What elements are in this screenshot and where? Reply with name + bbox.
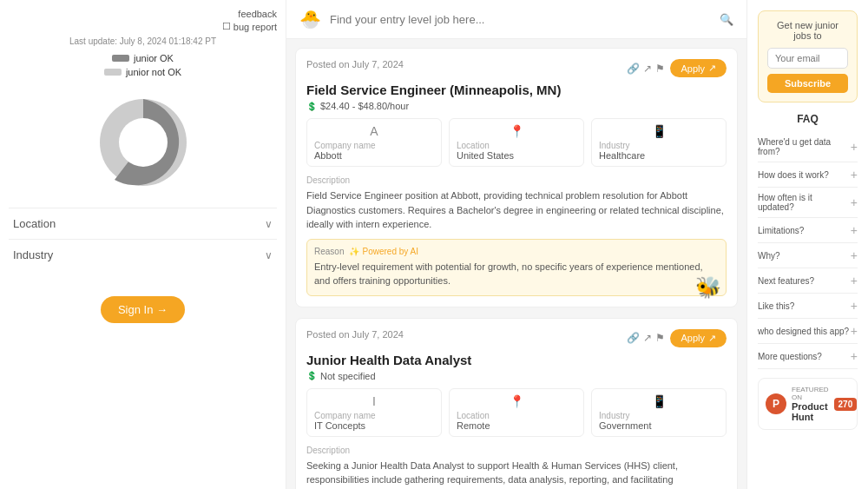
location-filter-label: Location [13, 217, 56, 230]
location-filter-arrow: ∨ [265, 218, 273, 230]
search-bar: 🐣 🔍 [286, 0, 746, 39]
faq-plus-4: + [851, 248, 858, 262]
faq-question-6: Like this? [758, 301, 851, 311]
job-card-1-posted: Posted on July 7, 2024 [306, 329, 404, 340]
job-card-0-external-icon[interactable]: ↗ [643, 63, 652, 75]
job-card-0-title: Field Service Engineer (Minneapolis, MN) [306, 83, 727, 97]
faq-item-8[interactable]: More questions? + [758, 344, 858, 369]
faq-item-0[interactable]: Where'd u get data from? + [758, 132, 858, 162]
job-card-1-desc-text: Seeking a Junior Health Data Analyst to … [306, 459, 727, 490]
job-card-0-posted: Posted on July 7, 2024 [306, 59, 404, 69]
faq-section: FAQ Where'd u get data from? + How does … [758, 113, 858, 369]
faq-plus-8: + [851, 349, 858, 363]
industry-label-1: Industry [599, 411, 719, 420]
job-card-1-header: Posted on July 7, 2024 🔗 ↗ ⚑ Apply ↗ [306, 329, 727, 347]
industry-value-0: Healthcare [599, 150, 719, 161]
faq-question-7: who designed this app? [758, 327, 851, 336]
location-value-1: Remote [457, 420, 576, 431]
industry-value-1: Government [599, 420, 719, 431]
industry-filter[interactable]: Industry ∨ [9, 239, 277, 270]
job-card-0-flag-icon[interactable]: ⚑ [655, 63, 665, 75]
jobs-list: Posted on July 7, 2024 🔗 ↗ ⚑ Apply ↗ [286, 39, 746, 489]
location-label-1: Location [457, 411, 576, 420]
legend-not-ok: junior not OK [104, 67, 181, 77]
product-hunt-badge[interactable]: P FEATURED ON Product Hunt 270 [758, 378, 858, 430]
search-icon[interactable]: 🔍 [720, 13, 733, 26]
faq-item-5[interactable]: Next features? + [758, 268, 858, 294]
job-card-0-reason-text: Entry-level requirement with potential f… [314, 260, 719, 288]
main-content: 🐣 🔍 Posted on July 7, 2024 🔗 ↗ ⚑ [286, 0, 746, 489]
location-filter[interactable]: Location ∨ [9, 208, 277, 239]
left-sidebar: feedback ☐ bug report Last update: July … [0, 0, 286, 489]
faq-question-4: Why? [758, 251, 851, 261]
company-value-0: Abbott [314, 150, 434, 161]
feedback-link[interactable]: feedback [238, 9, 277, 19]
faq-item-2[interactable]: How often is it updated? + [758, 188, 858, 218]
job-card-0-reason-label: Reason [314, 247, 344, 256]
company-label-0: Company name [314, 141, 434, 150]
job-card-1-external-icon[interactable]: ↗ [643, 332, 652, 344]
location-icon-0: 📍 [457, 124, 576, 138]
faq-plus-1: + [851, 168, 858, 182]
faq-plus-7: + [851, 324, 858, 338]
faq-question-0: Where'd u get data from? [758, 137, 851, 156]
job-card-1-meta: I Company name IT Concepts 📍 Location Re… [306, 388, 727, 437]
faq-item-4[interactable]: Why? + [758, 243, 858, 268]
job-card-0-apply-button[interactable]: Apply ↗ [670, 59, 727, 77]
newsletter-title: Get new junior jobs to [767, 20, 848, 41]
job-card-0-location: 📍 Location United States [449, 118, 584, 167]
legend-ok-dot [112, 55, 129, 62]
email-input[interactable] [767, 48, 848, 69]
faq-question-8: More questions? [758, 352, 851, 361]
faq-question-3: Limitations? [758, 226, 851, 235]
job-card-0-meta: A Company name Abbott 📍 Location United … [306, 118, 727, 167]
faq-plus-3: + [851, 223, 858, 237]
faq-question-1: How does it work? [758, 170, 851, 180]
legend-ok: junior OK [112, 53, 174, 63]
job-card-1-salary: 💲 Not specified [306, 371, 727, 381]
product-hunt-logo: P [766, 393, 786, 414]
company-icon-1: I [314, 394, 434, 408]
industry-filter-label: Industry [13, 248, 53, 261]
bee-icon-0: 🐝 [695, 275, 721, 300]
product-hunt-featured-label: FEATURED ON [792, 386, 829, 401]
faq-plus-0: + [851, 140, 858, 154]
job-card-0-desc-text: Field Service Engineer position at Abbot… [306, 188, 727, 232]
faq-item-1[interactable]: How does it work? + [758, 162, 858, 188]
faq-item-6[interactable]: Like this? + [758, 294, 858, 319]
job-card-0: Posted on July 7, 2024 🔗 ↗ ⚑ Apply ↗ [295, 48, 738, 307]
company-value-1: IT Concepts [314, 420, 434, 431]
product-hunt-name: Product Hunt [792, 401, 829, 422]
job-card-1-apply-button[interactable]: Apply ↗ [670, 329, 727, 347]
subscribe-button[interactable]: Subscribe [767, 74, 848, 93]
job-card-0-desc-label: Description [306, 175, 727, 185]
svg-point-1 [119, 118, 168, 167]
faq-item-3[interactable]: Limitations? + [758, 218, 858, 243]
location-icon-1: 📍 [457, 394, 576, 408]
bug-report-link[interactable]: ☐ bug report [222, 21, 277, 32]
faq-plus-6: + [851, 299, 858, 313]
faq-title: FAQ [758, 113, 858, 125]
job-card-1-share-icon[interactable]: 🔗 [627, 332, 640, 344]
location-label-0: Location [457, 141, 576, 150]
job-card-1-flag-icon[interactable]: ⚑ [655, 332, 665, 344]
job-card-0-share-icon[interactable]: 🔗 [627, 63, 640, 75]
faq-item-7[interactable]: who designed this app? + [758, 319, 858, 344]
last-update-text: Last update: July 8, 2024 01:18:42 PT [9, 36, 277, 46]
sign-in-button[interactable]: Sign In → [101, 296, 185, 323]
job-card-0-company: A Company name Abbott [306, 118, 442, 167]
search-input[interactable] [330, 13, 711, 26]
faq-question-2: How often is it updated? [758, 193, 851, 212]
chick-icon: 🐣 [299, 9, 321, 30]
job-card-1-location: 📍 Location Remote [449, 388, 584, 437]
faq-question-5: Next features? [758, 276, 851, 286]
industry-icon-1: 📱 [599, 394, 719, 408]
right-sidebar: Get new junior jobs to Subscribe FAQ Whe… [746, 0, 868, 489]
job-card-0-powered-by: ✨ Powered by AI [349, 247, 418, 256]
job-card-0-header: Posted on July 7, 2024 🔗 ↗ ⚑ Apply ↗ [306, 59, 727, 77]
job-card-1: Posted on July 7, 2024 🔗 ↗ ⚑ Apply ↗ [295, 318, 738, 490]
faq-plus-2: + [851, 195, 858, 209]
job-card-1-industry: 📱 Industry Government [591, 388, 727, 437]
faq-plus-5: + [851, 274, 858, 287]
company-label-1: Company name [314, 411, 434, 420]
